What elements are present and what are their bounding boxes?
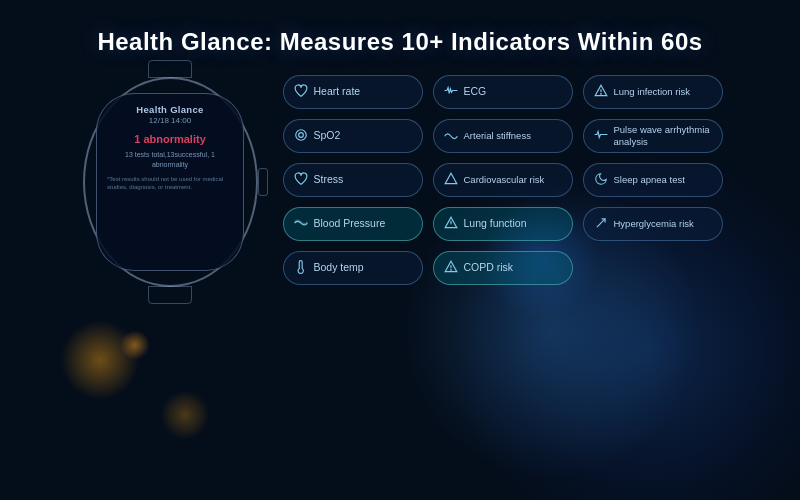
page-content: Health Glance: Measures 10+ Indicators W… (0, 0, 800, 500)
pill-hyperglycemia: Hyperglycemia risk (583, 207, 723, 241)
pill-cardiovascular-risk: Cardiovascular risk (433, 163, 573, 197)
watch-abnormality: 1 abnormality (134, 131, 206, 147)
copd-risk-icon (444, 260, 458, 277)
body-temp-icon (294, 260, 308, 277)
cardiovascular-risk-label: Cardiovascular risk (464, 174, 545, 186)
watch-sub-text: 13 tests total,13successful, 1 abnormali… (107, 150, 233, 171)
heart-rate-label: Heart rate (314, 85, 361, 98)
hyperglycemia-label: Hyperglycemia risk (614, 218, 694, 230)
page-title: Health Glance: Measures 10+ Indicators W… (97, 28, 702, 56)
stress-icon (294, 172, 308, 188)
watch-band-bottom (148, 286, 192, 304)
pill-spo2: SpO2 (283, 119, 423, 153)
body-temp-label: Body temp (314, 261, 364, 274)
sleep-apnea-icon (594, 172, 608, 189)
indicators-grid: Heart rateECGLung infection riskSpO2Arte… (283, 75, 723, 289)
spo2-icon (294, 128, 308, 145)
watch-note: *Test results should not be used for med… (107, 175, 233, 192)
heart-rate-icon (294, 84, 308, 100)
watch-band-top (148, 60, 192, 78)
lung-function-icon (444, 216, 458, 233)
pulse-wave-icon (594, 128, 608, 144)
copd-risk-label: COPD risk (464, 261, 514, 274)
lung-infection-risk-icon (594, 84, 608, 101)
watch-date: 12/18 14:00 (149, 116, 191, 125)
watch-face: Health Glance 12/18 14:00 1 abnormality … (96, 93, 244, 271)
pill-arterial-stiffness: Arterial stiffness (433, 119, 573, 153)
pill-sleep-apnea: Sleep apnea test (583, 163, 723, 197)
svg-point-4 (298, 132, 303, 137)
pill-lung-infection-risk: Lung infection risk (583, 75, 723, 109)
pill-pulse-wave: Pulse wave arrhythmia analysis (583, 119, 723, 153)
watch-label: Health Glance (136, 104, 203, 115)
pill-blood-pressure: Blood Pressure (283, 207, 423, 241)
lung-function-label: Lung function (464, 217, 527, 230)
pulse-wave-label: Pulse wave arrhythmia analysis (614, 124, 712, 148)
blood-pressure-icon (294, 216, 308, 232)
pill-body-temp: Body temp (283, 251, 423, 285)
pill-copd-risk: COPD risk (433, 251, 573, 285)
watch-outer: Health Glance 12/18 14:00 1 abnormality … (83, 77, 258, 287)
sleep-apnea-label: Sleep apnea test (614, 174, 685, 186)
cardiovascular-risk-icon (444, 172, 458, 189)
pill-heart-rate: Heart rate (283, 75, 423, 109)
arterial-stiffness-icon (444, 128, 458, 144)
arterial-stiffness-label: Arterial stiffness (464, 130, 531, 142)
svg-point-3 (295, 129, 306, 140)
svg-line-8 (596, 218, 604, 226)
lung-infection-risk-label: Lung infection risk (614, 86, 691, 98)
blood-pressure-label: Blood Pressure (314, 217, 386, 230)
watch-container: Health Glance 12/18 14:00 1 abnormality … (78, 72, 263, 292)
hyperglycemia-icon (594, 216, 608, 233)
main-row: Health Glance 12/18 14:00 1 abnormality … (0, 72, 800, 292)
watch-crown (258, 168, 268, 196)
stress-label: Stress (314, 173, 344, 186)
pill-stress: Stress (283, 163, 423, 197)
svg-marker-5 (445, 173, 457, 184)
pill-ecg: ECG (433, 75, 573, 109)
ecg-icon (444, 84, 458, 100)
svg-point-2 (600, 93, 601, 94)
ecg-label: ECG (464, 85, 487, 98)
pill-lung-function: Lung function (433, 207, 573, 241)
svg-point-11 (450, 269, 451, 270)
spo2-label: SpO2 (314, 129, 341, 142)
